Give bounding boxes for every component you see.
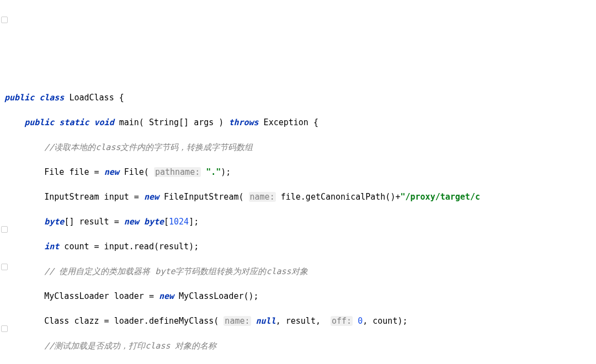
code-line: File file = new File( pathname: ".");: [4, 166, 594, 179]
code-line: public class LoadClass {: [4, 92, 594, 104]
code-editor[interactable]: public class LoadClass { public static v…: [2, 79, 594, 364]
code-line: MyClassLoader loader = new MyClassLoader…: [4, 290, 594, 303]
param-hint: off:: [331, 316, 353, 326]
code-line: InputStream input = new FileInputStream(…: [4, 191, 594, 204]
code-line: // 使用自定义的类加载器将 byte字节码数组转换为对应的class对象: [4, 265, 594, 278]
code-line: Class clazz = loader.defineMyClass( name…: [4, 315, 594, 328]
gutter-icon[interactable]: [1, 325, 8, 332]
editor-gutter: [0, 0, 9, 364]
code-line: int count = input.read(result);: [4, 240, 594, 253]
gutter-icon[interactable]: [1, 264, 8, 270]
param-hint: name:: [249, 192, 276, 202]
code-line: //读取本地的class文件内的字节码，转换成字节码数组: [4, 141, 594, 154]
code-line: public static void main( String[] args )…: [4, 116, 594, 129]
code-line: byte[] result = new byte[1024];: [4, 216, 594, 228]
code-line: //测试加载是否成功，打印class 对象的名称: [4, 340, 594, 352]
param-hint: name:: [223, 316, 251, 326]
gutter-icon[interactable]: [1, 17, 8, 23]
param-hint: pathname:: [154, 167, 201, 177]
gutter-icon[interactable]: [1, 226, 8, 233]
